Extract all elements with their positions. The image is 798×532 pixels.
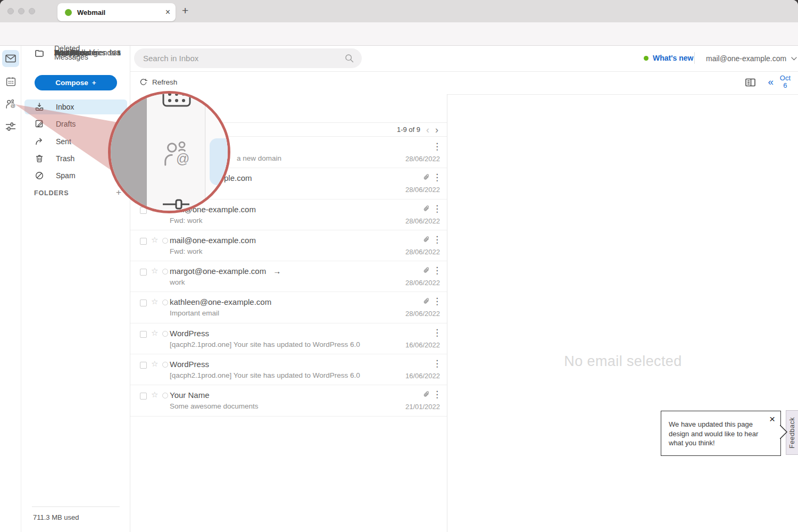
tab-close-icon[interactable]: × xyxy=(165,7,170,17)
compose-label: Compose xyxy=(55,79,88,87)
kebab-menu-icon[interactable]: ⋮ xyxy=(433,358,442,369)
email-checkbox[interactable] xyxy=(140,393,147,400)
window-minimize-button[interactable] xyxy=(18,8,24,14)
reading-pane-toggle[interactable] xyxy=(745,78,755,87)
folder-count: 85 xyxy=(113,49,121,57)
rail-mail-button[interactable] xyxy=(2,50,19,67)
folders-header: FOLDERS xyxy=(34,189,69,197)
star-icon[interactable]: ☆ xyxy=(151,390,158,400)
drafts-icon xyxy=(35,119,44,129)
date-display[interactable]: Oct 6 xyxy=(780,74,791,89)
attachment-paperclip-icon xyxy=(423,236,430,244)
email-date: 28/06/2022 xyxy=(405,248,440,256)
email-sender: margot@one-example.com xyxy=(170,267,266,276)
star-icon[interactable]: ☆ xyxy=(151,328,158,338)
read-status-icon[interactable] xyxy=(162,300,168,305)
sidebar-item-inbox[interactable]: Inbox xyxy=(24,99,127,114)
collapse-pane-button[interactable]: « xyxy=(768,76,774,88)
sidebar-item-label: Inbox xyxy=(56,103,74,111)
email-date: 28/06/2022 xyxy=(405,217,440,225)
browser-window: Webmail × + https://mail.one.com/mail@on… xyxy=(0,0,798,532)
folder-label: WordPress xyxy=(54,48,103,57)
reading-pane-icon xyxy=(745,78,755,87)
feedback-pointer xyxy=(780,425,788,439)
trash-icon xyxy=(35,154,44,163)
email-row[interactable]: ☆ Your Name → Some awesome documents ⋮ 2… xyxy=(130,385,447,416)
reading-pane: No email selected xyxy=(448,95,798,532)
email-checkbox[interactable] xyxy=(140,331,147,338)
window-controls xyxy=(7,8,35,14)
window-zoom-button[interactable] xyxy=(29,8,35,14)
kebab-menu-icon[interactable]: ⋮ xyxy=(433,172,442,183)
email-row[interactable]: ☆ margot@one-example.com → work ⋮ 28/06/… xyxy=(130,261,447,292)
star-icon[interactable]: ☆ xyxy=(151,359,158,369)
browser-tab[interactable]: Webmail × xyxy=(57,3,176,21)
close-icon[interactable]: × xyxy=(769,413,775,425)
rail-calendar-button[interactable] xyxy=(2,73,19,90)
email-subject: Fwd: work xyxy=(170,217,203,225)
whats-new-dot-icon xyxy=(644,56,649,61)
email-row[interactable]: ☆ mail@one-example.com → Fwd: work ⋮ 28/… xyxy=(130,230,447,261)
email-checkbox[interactable] xyxy=(140,362,147,369)
email-row[interactable]: ☆ WordPress → [qacph2.1prod.one] Your si… xyxy=(130,323,447,354)
inbox-icon xyxy=(35,102,44,112)
storage-used: 711.3 MB used xyxy=(33,513,79,521)
email-sender: mail@one-example.com xyxy=(170,236,256,245)
email-checkbox[interactable] xyxy=(140,238,147,245)
star-icon[interactable]: ☆ xyxy=(151,266,158,276)
rail-contacts-button[interactable]: @ xyxy=(2,96,19,113)
window-close-button[interactable] xyxy=(7,8,14,14)
whats-new-label: What's new xyxy=(653,54,693,62)
storage-divider xyxy=(32,506,120,507)
date-day: 6 xyxy=(780,82,791,89)
attachment-paperclip-icon xyxy=(423,297,430,305)
sidebar-item-label: Sent xyxy=(56,137,71,146)
whats-new-link[interactable]: What's new xyxy=(644,54,693,62)
refresh-button[interactable]: Refresh xyxy=(139,78,177,86)
sidebar-folder-item[interactable]: WordPress 85 xyxy=(24,46,127,60)
rail-settings-button[interactable] xyxy=(2,118,19,135)
email-row[interactable]: ☆ kathleen@one-example.com → Important e… xyxy=(130,292,447,323)
compose-button[interactable]: Compose + xyxy=(35,75,117,90)
magnified-contacts-icon: @ xyxy=(161,138,193,170)
account-menu[interactable]: mail@one-example.com xyxy=(706,54,797,63)
read-status-icon[interactable] xyxy=(162,362,168,368)
email-checkbox[interactable] xyxy=(140,269,147,276)
star-icon[interactable]: ☆ xyxy=(151,235,158,245)
read-status-icon[interactable] xyxy=(162,238,168,244)
tab-favicon-icon xyxy=(65,9,72,16)
read-status-icon[interactable] xyxy=(162,331,168,337)
kebab-menu-icon[interactable]: ⋮ xyxy=(433,203,442,214)
email-date: 16/06/2022 xyxy=(405,372,440,380)
email-checkbox[interactable] xyxy=(140,300,147,306)
search-icon xyxy=(345,54,354,63)
email-sender: WordPress xyxy=(170,329,209,338)
kebab-menu-icon[interactable]: ⋮ xyxy=(433,265,442,276)
page-next-icon[interactable]: › xyxy=(435,125,438,135)
date-month: Oct xyxy=(780,74,791,82)
kebab-menu-icon[interactable]: ⋮ xyxy=(433,327,442,338)
read-status-icon[interactable] xyxy=(162,269,168,275)
kebab-menu-icon[interactable]: ⋮ xyxy=(433,296,442,307)
read-status-icon[interactable] xyxy=(162,393,168,398)
svg-text:@: @ xyxy=(11,103,15,109)
feedback-popup: We have updated this page design and wou… xyxy=(661,411,781,456)
tab-title: Webmail xyxy=(77,9,165,16)
email-subject: Some awesome documents xyxy=(170,402,259,410)
email-subject: Important email xyxy=(170,309,219,317)
page-prev-icon[interactable]: ‹ xyxy=(426,125,429,135)
email-subject: a new domain xyxy=(237,154,281,162)
app-rail: @ xyxy=(0,46,21,532)
kebab-menu-icon[interactable]: ⋮ xyxy=(433,141,442,152)
email-row[interactable]: ☆ WordPress → [qacph2.1prod.one] Your si… xyxy=(130,354,447,385)
email-subject: [qacph2.1prod.one] Your site has updated… xyxy=(170,340,360,348)
new-tab-button[interactable]: + xyxy=(182,4,188,17)
browser-tab-strip: Webmail × + xyxy=(0,0,798,22)
feedback-tab-label: Feedback xyxy=(788,417,796,448)
magnified-calendar-icon xyxy=(162,91,192,107)
search-input[interactable] xyxy=(134,48,362,68)
sidebar-item-label: Trash xyxy=(56,154,74,163)
kebab-menu-icon[interactable]: ⋮ xyxy=(433,389,442,400)
star-icon[interactable]: ☆ xyxy=(151,297,158,306)
kebab-menu-icon[interactable]: ⋮ xyxy=(433,234,442,245)
